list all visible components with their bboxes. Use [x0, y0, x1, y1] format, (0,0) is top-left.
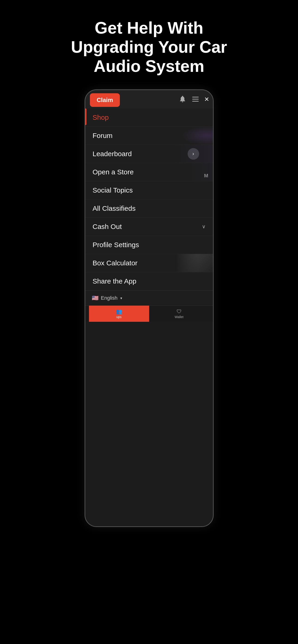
cash-out-chevron-icon: ∨	[202, 224, 206, 230]
menu-item-leaderboard[interactable]: Leaderboard ›	[85, 145, 213, 163]
language-label: English	[101, 295, 118, 301]
headline: Get Help With Upgrading Your Car Audio S…	[0, 0, 298, 89]
menu-label-open-a-store: Open a Store	[93, 168, 134, 176]
hamburger-icon[interactable]	[191, 95, 200, 104]
phone-frame: Claim ✕ Shop Forum	[85, 89, 214, 527]
menu-label-all-classifieds: All Classifieds	[93, 204, 136, 212]
menu-item-all-classifieds[interactable]: All Classifieds	[85, 200, 213, 218]
menu-item-box-calculator[interactable]: Box Calculator	[85, 254, 213, 272]
menu-item-shop[interactable]: Shop	[85, 108, 213, 127]
menu-label-share-the-app: Share the App	[93, 277, 136, 285]
groups-icon: 👥	[116, 309, 122, 315]
close-icon[interactable]: ✕	[204, 96, 209, 103]
menu-item-cash-out[interactable]: Cash Out ∨	[85, 218, 213, 236]
svg-rect-1	[192, 99, 199, 100]
menu-label-cash-out: Cash Out	[93, 223, 122, 230]
headline-line1: Get Help With	[95, 19, 203, 37]
menu-label-forum: Forum	[93, 132, 113, 140]
wallet-icon: 🛡	[177, 309, 182, 315]
bottom-nav-groups[interactable]: 👥 ups	[89, 306, 149, 322]
language-bar[interactable]: 🇺🇸 English ▾	[85, 290, 213, 306]
forum-bg-image	[181, 127, 213, 145]
m-text: M	[204, 173, 208, 179]
box-calc-img	[176, 254, 213, 272]
svg-rect-2	[192, 101, 199, 102]
menu-container: Shop Forum Leaderboard › Open a Store M …	[85, 108, 213, 290]
menu-label-box-calculator: Box Calculator	[93, 259, 138, 267]
menu-item-social-topics[interactable]: Social Topics	[85, 181, 213, 200]
notification-icon[interactable]	[178, 95, 187, 104]
menu-item-forum[interactable]: Forum	[85, 127, 213, 145]
active-indicator	[85, 108, 86, 125]
menu-label-leaderboard: Leaderboard	[93, 150, 132, 158]
bottom-nav: 👥 ups 🛡 Wallet	[85, 306, 213, 322]
headline-line3: Audio System	[94, 57, 204, 75]
flag-icon: 🇺🇸	[92, 295, 99, 301]
svg-rect-0	[192, 97, 199, 98]
wallet-label: Wallet	[175, 315, 183, 319]
headline-line2: Upgrading Your Car	[71, 38, 227, 56]
claim-button[interactable]: Claim	[90, 93, 120, 107]
language-caret-icon: ▾	[120, 296, 122, 300]
menu-label-profile-settings: Profile Settings	[93, 241, 139, 249]
top-icons-area: ✕	[178, 90, 209, 108]
circle-nav-btn[interactable]: ›	[188, 148, 199, 160]
menu-label-social-topics: Social Topics	[93, 186, 133, 194]
store-bg	[185, 163, 213, 181]
menu-item-share-the-app[interactable]: Share the App	[85, 272, 213, 290]
menu-label-shop: Shop	[93, 114, 109, 122]
groups-label: ups	[116, 315, 122, 319]
phone-top-bar: Claim ✕	[85, 90, 213, 108]
menu-item-profile-settings[interactable]: Profile Settings	[85, 236, 213, 254]
bottom-nav-wallet[interactable]: 🛡 Wallet	[149, 306, 209, 322]
menu-item-open-a-store[interactable]: Open a Store M	[85, 163, 213, 181]
